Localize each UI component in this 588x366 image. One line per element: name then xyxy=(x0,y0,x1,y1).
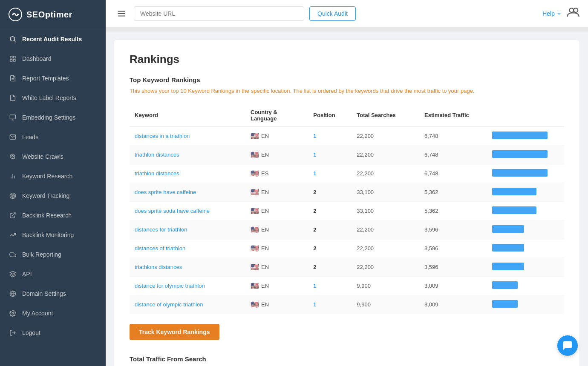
bar-chart-icon xyxy=(9,172,17,180)
keyword-cell: does sprite have caffeine xyxy=(130,183,245,201)
flag-icon: 🇺🇸 xyxy=(251,263,259,271)
api-icon xyxy=(9,270,17,278)
keyword-link[interactable]: distances of triathlon xyxy=(135,245,185,252)
keyword-link[interactable]: distances for triathlon xyxy=(135,226,187,233)
total-searches-cell: 33,100 xyxy=(352,183,419,201)
col-bar xyxy=(487,105,564,126)
total-searches-cell: 22,200 xyxy=(352,164,419,183)
table-row: distances for triathlon 🇺🇸 EN 2 22,200 3… xyxy=(130,220,564,239)
avatar-button[interactable] xyxy=(567,6,579,21)
search-icon xyxy=(9,35,17,43)
keyword-link[interactable]: triathlon distances xyxy=(135,152,179,158)
file-edit-icon xyxy=(9,74,17,83)
svg-rect-6 xyxy=(10,59,12,61)
total-searches-cell: 22,200 xyxy=(352,239,419,257)
sidebar-item-backlink-research[interactable]: Backlink Research xyxy=(0,206,106,225)
sidebar-item-my-account[interactable]: My Account xyxy=(0,303,106,323)
keyword-cell: distances of triathlon xyxy=(130,239,245,257)
link-out-icon xyxy=(9,211,17,220)
lang-label: EN xyxy=(261,264,269,270)
traffic-bar xyxy=(492,263,524,270)
total-searches-value: 9,900 xyxy=(357,283,371,289)
track-keyword-rankings-button[interactable]: Track Keyword Rankings xyxy=(130,324,219,340)
sidebar-item-api-label: API xyxy=(22,271,97,277)
logo-icon xyxy=(9,8,22,21)
keyword-link[interactable]: triathlons distances xyxy=(135,264,182,270)
sidebar-item-embedding-settings[interactable]: Embedding Settings xyxy=(0,108,106,127)
sidebar-item-recent-audit-results[interactable]: Recent Audit Results xyxy=(0,29,106,49)
keyword-link[interactable]: distance of olympic triathlon xyxy=(135,301,203,308)
lang-label: EN xyxy=(261,226,269,233)
lang-label: EN xyxy=(261,283,269,289)
table-row: does sprite soda have caffeine 🇺🇸 EN 2 3… xyxy=(130,201,564,220)
sidebar-item-backlink-research-label: Backlink Research xyxy=(22,212,97,219)
sidebar-item-white-label-reports[interactable]: White Label Reports xyxy=(0,88,106,108)
flag-icon: 🇺🇸 xyxy=(251,207,259,215)
svg-rect-7 xyxy=(13,59,15,61)
quick-audit-button[interactable]: Quick Audit xyxy=(309,6,356,21)
lang-label: EN xyxy=(261,245,269,252)
traffic-bar xyxy=(492,150,548,158)
flag-icon: 🇺🇸 xyxy=(251,282,259,290)
estimated-traffic-value: 3,596 xyxy=(424,245,438,252)
total-traffic-title: Total Traffic From Search xyxy=(130,355,564,363)
sidebar-item-keyword-tracking[interactable]: Keyword Tracking xyxy=(0,186,106,206)
file-icon xyxy=(9,94,17,102)
estimated-traffic-cell: 3,596 xyxy=(419,220,487,239)
keyword-link[interactable]: triathlon distances xyxy=(135,170,179,177)
sidebar-item-keyword-research[interactable]: Keyword Research xyxy=(0,166,106,186)
keyword-link[interactable]: does sprite soda have caffeine xyxy=(135,208,210,214)
sidebar-item-dashboard-label: Dashboard xyxy=(22,55,97,62)
table-row: distance for olympic triathlon 🇺🇸 EN 1 9… xyxy=(130,276,564,295)
top-keyword-section: Top Keyword Rankings This shows your top… xyxy=(130,76,564,363)
sidebar-item-dashboard[interactable]: Dashboard xyxy=(0,49,106,69)
sidebar-item-backlink-monitoring[interactable]: Backlink Monitoring xyxy=(0,225,106,245)
estimated-traffic-cell: 3,596 xyxy=(419,257,487,276)
position-cell: 1 xyxy=(308,126,352,146)
traffic-bar-cell xyxy=(487,295,564,314)
url-input[interactable] xyxy=(134,6,304,21)
country-cell: 🇺🇸 EN xyxy=(245,239,308,257)
position-value: 1 xyxy=(313,301,316,308)
sidebar-item-leads[interactable]: Leads xyxy=(0,127,106,147)
rankings-table: Keyword Country &Language Position Total… xyxy=(130,105,564,314)
page-title: Rankings xyxy=(130,53,564,66)
target-icon xyxy=(9,192,17,200)
svg-point-20 xyxy=(12,195,14,197)
sidebar-item-leads-label: Leads xyxy=(22,134,97,140)
traffic-bar xyxy=(492,225,524,233)
sidebar-item-domain-settings[interactable]: Domain Settings xyxy=(0,284,106,303)
rankings-card: Rankings Top Keyword Rankings This shows… xyxy=(114,40,579,366)
col-total-searches: Total Searches xyxy=(352,105,419,126)
sidebar-item-logout[interactable]: Logout xyxy=(0,323,106,343)
position-cell: 1 xyxy=(308,164,352,183)
sidebar-item-report-templates[interactable]: Report Templates xyxy=(0,69,106,88)
sidebar-item-api[interactable]: API xyxy=(0,264,106,284)
estimated-traffic-cell: 3,009 xyxy=(419,276,487,295)
keyword-link[interactable]: distances in a triathlon xyxy=(135,133,190,139)
total-searches-value: 33,100 xyxy=(357,189,374,195)
traffic-bar-cell xyxy=(487,276,564,295)
flag-icon: 🇺🇸 xyxy=(251,151,259,159)
sidebar-item-logout-label: Logout xyxy=(22,329,97,336)
sidebar-item-bulk-reporting[interactable]: Bulk Reporting xyxy=(0,245,106,264)
estimated-traffic-value: 6,748 xyxy=(424,133,438,139)
keyword-link[interactable]: does sprite have caffeine xyxy=(135,189,196,195)
sidebar-item-website-crawls[interactable]: Website Crawls xyxy=(0,147,106,166)
hamburger-button[interactable] xyxy=(114,6,129,21)
estimated-traffic-cell: 5,362 xyxy=(419,201,487,220)
traffic-bar xyxy=(492,169,548,177)
estimated-traffic-value: 3,596 xyxy=(424,264,438,270)
table-row: triathlon distances 🇺🇸 EN 1 22,200 6,748 xyxy=(130,145,564,164)
position-cell: 1 xyxy=(308,145,352,164)
search-circle-icon xyxy=(9,152,17,161)
position-value: 2 xyxy=(313,264,316,270)
chat-bubble-button[interactable] xyxy=(557,335,578,356)
traffic-bar-cell xyxy=(487,126,564,146)
sidebar-item-website-crawls-label: Website Crawls xyxy=(22,153,97,160)
keyword-link[interactable]: distance for olympic triathlon xyxy=(135,283,205,289)
trending-icon xyxy=(9,231,17,239)
lang-label: EN xyxy=(261,189,269,195)
estimated-traffic-cell: 6,748 xyxy=(419,145,487,164)
help-button[interactable]: Help xyxy=(542,10,562,17)
